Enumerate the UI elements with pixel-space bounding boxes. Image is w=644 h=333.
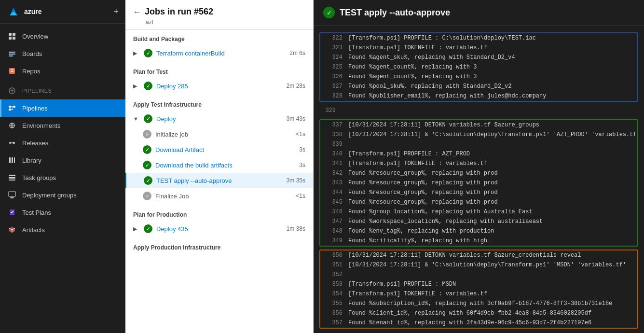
line-number: 328 [325, 92, 343, 100]
line-number: 322 [325, 34, 343, 42]
job-row-deploy-main[interactable]: ▼ ✓ Deploy 3m 43s [125, 111, 313, 126]
line-text: [Transform.ps1] TOKENFILE : variables.tf [348, 290, 487, 298]
right-panel-header: ✓ TEST apply --auto-approve [314, 0, 644, 26]
job-row-download-artifact[interactable]: ✓ Download Artifact 3s [125, 142, 313, 157]
add-org-button[interactable]: + [113, 7, 119, 17]
job-row-test-apply[interactable]: ✓ TEST apply --auto-approve 3m 35s [125, 173, 313, 188]
svg-rect-24 [9, 175, 15, 176]
job-group-build: ▶ ✓ Terraform containerBuild 2m 6s [125, 45, 313, 61]
svg-rect-22 [12, 157, 13, 163]
run-subtitle: azt [146, 19, 305, 26]
log-line: 345Found %resource_group%, replacing wit… [320, 197, 637, 207]
job-row-download-build[interactable]: ✓ Download the build artifacts 3s [125, 157, 313, 173]
line-number: 353 [325, 280, 343, 289]
sidebar-item-task-groups[interactable]: Task groups [0, 169, 125, 186]
job-duration: 2m 28s [287, 83, 305, 89]
line-number: 346 [325, 208, 343, 216]
section-build-package: Build and Package [125, 30, 313, 45]
releases-icon [8, 139, 16, 147]
line-number: 337 [325, 121, 343, 129]
svg-rect-25 [9, 177, 15, 179]
sidebar-item-label: Deployment groups [22, 192, 77, 199]
back-button[interactable]: ← [133, 8, 141, 16]
svg-rect-11 [9, 106, 11, 108]
line-number: 323 [325, 43, 343, 52]
job-name: Initialize job [155, 131, 292, 138]
log-line: 352 [320, 270, 637, 279]
sidebar-item-artifacts[interactable]: Artifacts [0, 221, 125, 238]
job-row-finalize[interactable]: ○ Finalize Job <1s [125, 188, 313, 204]
sidebar-item-boards[interactable]: Boards [0, 45, 125, 62]
line-number: 347 [325, 217, 343, 226]
line-number: 339 [325, 140, 343, 149]
svg-point-10 [9, 88, 15, 94]
pipelines-group-header: Pipelines [0, 80, 125, 99]
test-plans-icon [8, 208, 16, 217]
line-text: [Transform.ps1] TOKENFILE : variables.tf [348, 159, 487, 168]
sidebar-item-label: Library [22, 157, 41, 164]
deployment-groups-icon [8, 191, 16, 199]
line-number: 340 [325, 150, 343, 158]
azure-logo [7, 5, 20, 18]
line-text: Found %workspace_location%, replacing wi… [348, 217, 543, 226]
job-status-icon: ✓ [144, 224, 152, 233]
job-row-deploy-435[interactable]: ▶ ✓ Deploy 435 1m 38s [125, 221, 313, 236]
boards-icon [8, 49, 16, 58]
job-row-terraform[interactable]: ▶ ✓ Terraform containerBuild 2m 6s [125, 45, 313, 61]
middle-panel: ← Jobs in run #562 azt Build and Package… [125, 0, 314, 333]
line-text: Found %env_tag%, replacing with producti… [348, 227, 494, 236]
sidebar-nav: Overview Boards Repos [0, 24, 125, 333]
sidebar-item-library[interactable]: Library [0, 152, 125, 169]
sidebar-item-pipelines[interactable]: Pipelines [0, 99, 125, 117]
job-status-icon: ✓ [143, 161, 151, 169]
job-status-icon: ○ [143, 130, 151, 139]
task-groups-icon [8, 173, 16, 182]
line-number: 344 [325, 188, 343, 197]
sidebar-item-repos[interactable]: Repos [0, 62, 125, 80]
log-line: 325Found %agent_count%, replacing with 3 [320, 62, 637, 72]
line-text: Found %resource_group%, replacing with p… [348, 188, 498, 197]
line-number: 356 [325, 309, 343, 318]
log-line: 343Found %resource_group%, replacing wit… [320, 178, 637, 188]
job-name: TEST apply --auto-approve [156, 177, 283, 184]
log-line: 341[Transform.ps1] TOKENFILE : variables… [320, 159, 637, 168]
sidebar-item-environments[interactable]: Environments [0, 117, 125, 134]
sidebar-item-releases[interactable]: Releases [0, 134, 125, 152]
job-status-icon: ✓ [143, 145, 151, 154]
svg-rect-4 [9, 52, 15, 53]
pipelines-icon [8, 104, 16, 112]
log-container[interactable]: 322[Transform.ps1] PROPFILE : C:\solutio… [314, 26, 644, 333]
job-row-initialize[interactable]: ○ Initialize job <1s [125, 126, 313, 142]
log-line: 328Found %publisher_email%, replacing wi… [320, 91, 637, 101]
svg-rect-3 [13, 37, 15, 40]
middle-header: ← Jobs in run #562 azt [125, 0, 313, 30]
line-text: [Transform.ps1] PROPFILE : MSDN [348, 280, 456, 289]
right-success-icon: ✓ [323, 7, 335, 18]
sidebar-item-label: Artifacts [22, 226, 45, 234]
pipelines-header-icon [8, 86, 16, 95]
line-number: 354 [325, 290, 343, 298]
line-text: Found %resource_group%, replacing with p… [348, 198, 498, 207]
job-group-plan-test: ▶ ✓ Deploy 285 2m 28s [125, 78, 313, 94]
log-line: 327Found %pool_sku%, replacing with Stan… [320, 82, 637, 91]
right-panel: ✓ TEST apply --auto-approve 322[Transfor… [314, 0, 644, 333]
line-text: [Transform.ps1] PROPFILE : AZT_PROD [348, 150, 470, 158]
job-name: Deploy [156, 115, 283, 123]
line-number: 329 [318, 106, 336, 115]
sidebar-header: azure + [0, 0, 125, 24]
library-icon [8, 156, 16, 165]
job-duration: 3m 35s [287, 177, 305, 184]
sidebar-item-deployment-groups[interactable]: Deployment groups [0, 186, 125, 204]
line-text: Found %subscription_id%, replacing with … [348, 299, 612, 308]
log-section-green: 337[10/31/2024 17:28:11] DETOKN variable… [319, 119, 638, 247]
sidebar-item-overview[interactable]: Overview [0, 28, 125, 45]
sidebar-item-label: Overview [22, 33, 48, 40]
sidebar-item-label: Repos [22, 68, 41, 75]
svg-rect-9 [11, 71, 14, 72]
sidebar-item-test-plans[interactable]: Test Plans [0, 204, 125, 221]
job-duration: 3s [299, 146, 305, 153]
log-line: 355Found %subscription_id%, replacing wi… [320, 299, 637, 308]
job-name: Deploy 285 [156, 83, 283, 90]
log-line: 326Found %agent_count%, replacing with 3 [320, 72, 637, 82]
job-row-deploy-285[interactable]: ▶ ✓ Deploy 285 2m 28s [125, 78, 313, 94]
